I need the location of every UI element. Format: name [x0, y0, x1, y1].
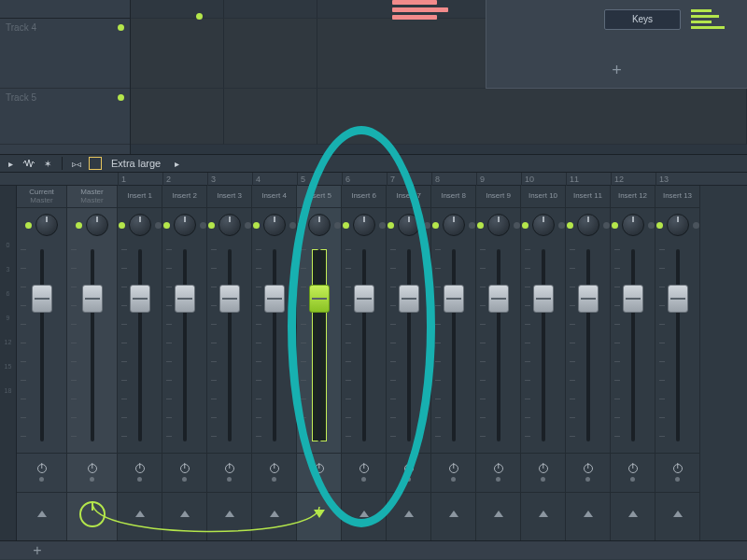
mute-led[interactable] [343, 222, 349, 229]
fx-enable-icon[interactable] [673, 464, 683, 473]
mute-led[interactable] [477, 222, 484, 229]
dock-dot[interactable] [496, 477, 500, 482]
route-target-caret[interactable] [180, 511, 190, 517]
skip-icon[interactable]: ▹◃ [70, 157, 83, 170]
master-strip[interactable]: MasterMaster [67, 186, 118, 540]
insert-strip[interactable]: Insert 12 [611, 186, 655, 540]
route-target-caret[interactable] [225, 511, 234, 517]
midi-clip[interactable] [392, 7, 448, 12]
route-target-caret[interactable] [37, 511, 47, 517]
route-target-caret[interactable] [494, 511, 503, 517]
fx-enable-icon[interactable] [135, 464, 145, 473]
pan-knob[interactable] [308, 214, 331, 236]
mute-led[interactable] [432, 222, 439, 229]
fader-cap[interactable] [32, 285, 52, 313]
fader-cap[interactable] [668, 285, 688, 313]
fx-enable-icon[interactable] [37, 464, 47, 473]
channel-name-button[interactable]: Keys [604, 9, 681, 30]
strip-header[interactable]: Insert 2 [162, 186, 206, 208]
route-target-caret[interactable] [673, 511, 683, 517]
insert-strip[interactable]: Insert 2 [162, 186, 207, 540]
strip-header[interactable]: Insert 10 [521, 186, 565, 208]
strip-header[interactable]: Insert 7 [387, 186, 430, 208]
fx-enable-icon[interactable] [494, 464, 503, 473]
mute-led[interactable] [298, 222, 304, 229]
fx-enable-icon[interactable] [270, 464, 279, 473]
strip-header[interactable]: Insert 9 [476, 186, 520, 208]
insert-strip[interactable]: Insert 3 [207, 186, 252, 540]
pan-knob[interactable] [174, 214, 196, 236]
playlist-track-header[interactable]: Track 4 [0, 19, 130, 89]
pan-knob[interactable] [35, 214, 58, 236]
mute-led[interactable] [612, 222, 618, 229]
playlist-track-header[interactable] [0, 0, 130, 19]
fader-cap[interactable] [130, 285, 150, 313]
mute-led[interactable] [76, 222, 82, 229]
route-target-caret[interactable] [270, 511, 279, 517]
solo-led[interactable] [469, 222, 475, 229]
pan-knob[interactable] [443, 214, 465, 236]
fader-cap[interactable] [623, 285, 643, 313]
pan-knob[interactable] [487, 214, 510, 236]
dock-dot[interactable] [272, 477, 276, 482]
pan-knob[interactable] [622, 214, 644, 236]
mixer-size-label[interactable]: Extra large [107, 158, 164, 169]
add-channel-button[interactable]: + [612, 62, 622, 78]
dock-dot[interactable] [406, 477, 411, 482]
insert-strip[interactable]: Insert 8 [431, 186, 476, 540]
dock-dot[interactable] [39, 477, 44, 482]
fader-cap[interactable] [399, 285, 419, 313]
pan-knob[interactable] [532, 214, 555, 236]
fx-enable-icon[interactable] [88, 464, 97, 473]
wave-icon[interactable] [22, 157, 35, 170]
insert-strip[interactable]: Insert 5 [297, 186, 342, 540]
fader-cap[interactable] [444, 285, 464, 313]
fader-cap[interactable] [309, 285, 330, 313]
strip-header[interactable]: CurrentMaster [17, 186, 66, 208]
pan-knob[interactable] [86, 214, 108, 236]
pan-knob[interactable] [398, 214, 420, 236]
chevron-right-icon[interactable]: ▸ [170, 157, 183, 170]
strip-header[interactable]: Insert 5 [297, 186, 341, 208]
solo-led[interactable] [558, 222, 565, 229]
fader-cap[interactable] [354, 285, 374, 313]
pan-knob[interactable] [577, 214, 599, 236]
insert-strip[interactable]: Insert 6 [342, 186, 387, 540]
route-target-caret[interactable] [135, 511, 145, 517]
dock-dot[interactable] [361, 477, 366, 482]
fader-cap[interactable] [533, 285, 554, 313]
insert-strip[interactable]: Insert 13 [655, 186, 700, 540]
fader-cap[interactable] [219, 285, 240, 313]
route-to-self-icon[interactable] [314, 510, 325, 518]
route-target-caret[interactable] [404, 511, 414, 517]
pan-knob[interactable] [667, 214, 689, 236]
fader-cap[interactable] [264, 285, 285, 313]
dock-dot[interactable] [675, 477, 680, 482]
dock-dot[interactable] [227, 477, 232, 482]
strip-header[interactable]: Insert 4 [252, 186, 296, 208]
strip-header[interactable]: Insert 1 [118, 186, 162, 208]
fx-enable-icon[interactable] [584, 464, 593, 473]
strip-header[interactable]: MasterMaster [67, 186, 117, 208]
midi-clip[interactable] [392, 0, 437, 5]
fader-cap[interactable] [488, 285, 509, 313]
fx-enable-icon[interactable] [539, 464, 548, 473]
midi-clip[interactable] [392, 15, 437, 20]
mute-led[interactable] [25, 222, 32, 229]
solo-led[interactable] [245, 222, 251, 229]
dock-dot[interactable] [541, 477, 545, 482]
insert-strip[interactable]: Insert 4 [252, 186, 297, 540]
pan-knob[interactable] [263, 214, 286, 236]
dock-dot[interactable] [630, 477, 635, 482]
pan-knob[interactable] [218, 214, 241, 236]
dock-dot[interactable] [451, 477, 456, 482]
mute-led[interactable] [567, 222, 573, 229]
mute-led[interactable] [388, 222, 394, 229]
solo-led[interactable] [603, 222, 610, 229]
link-icon[interactable]: ✶ [41, 157, 54, 170]
strip-header[interactable]: Insert 13 [655, 186, 699, 208]
mute-led[interactable] [656, 222, 663, 229]
strip-header[interactable]: Insert 6 [342, 186, 386, 208]
strip-header[interactable]: Insert 8 [431, 186, 475, 208]
add-mixer-track-button[interactable]: + [0, 542, 75, 559]
